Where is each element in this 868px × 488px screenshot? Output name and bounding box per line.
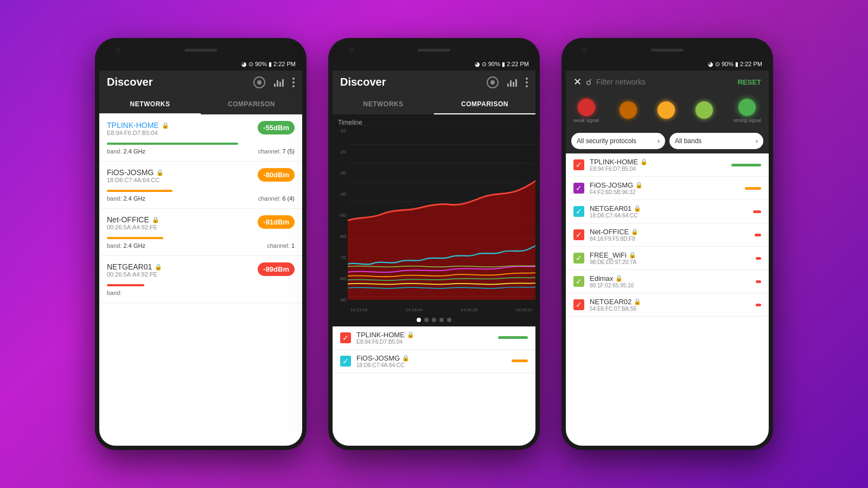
network-mac-1: E8:94:F6:D7:B5:04 <box>107 130 258 136</box>
status-bar-2: ◕ ⊙ 90% ▮ 2:22 PM <box>333 57 535 70</box>
scan-dot-1 <box>257 80 261 85</box>
network-mac-4: 00:26:5A:A4:92:FE <box>107 271 258 278</box>
status-icons-3: ◕ ⊙ 90% ▮ 2:22 PM <box>708 61 762 68</box>
eq-bar-4 <box>282 79 284 87</box>
list-item[interactable]: ✓ TPLINK-HOME 🔒 E8:94:F6:D7:B5:04 <box>566 153 769 177</box>
list-item[interactable]: TPLINK-HOME 🔒 E8:94:F6:D7:B5:04 -55dBm b… <box>99 114 302 162</box>
app-content-1: Discover <box>99 70 302 446</box>
more-icon-1[interactable] <box>292 78 295 87</box>
y-label-9: -90 <box>333 297 348 303</box>
tab-networks-2[interactable]: NETWORKS <box>333 94 434 114</box>
list-item[interactable]: ✓ FREE_WiFi 🔒 98:DE:D0:97:20:7A <box>566 247 769 270</box>
page-dot-1[interactable] <box>417 318 421 322</box>
list-item[interactable]: ✓ NETGEAR01 🔒 18:D6:C7:4A:64:CC <box>566 200 769 223</box>
tab-comparison-2[interactable]: COMPARISON <box>434 94 535 114</box>
y-label-1: -10 <box>333 128 348 133</box>
scan-icon-2[interactable] <box>487 76 499 88</box>
y-label-8: -80 <box>333 276 348 281</box>
filter-icon-2[interactable] <box>507 78 517 87</box>
network-mac-3: 00:26:5A:A4:92:FE <box>107 224 258 230</box>
f-mac-1: E8:94:F6:D7:B5:04 <box>590 166 726 172</box>
f-lock-3: 🔒 <box>634 205 641 212</box>
f-lock-7: 🔒 <box>634 298 641 305</box>
list-item[interactable]: ✓ FiOS-JOSMG 🔒 18:D6:C7:4A:64:CC <box>333 350 535 373</box>
tabs-2: NETWORKS COMPARISON <box>333 94 535 114</box>
signal-dot-2 <box>620 101 637 119</box>
phone-3: ◕ ⊙ 90% ▮ 2:22 PM ✕ ☌ RESET weak signal <box>561 38 773 450</box>
tab-networks-1[interactable]: NETWORKS <box>99 94 201 114</box>
signal-dot-3 <box>658 101 675 119</box>
security-filter-button[interactable]: All security protocols › <box>571 133 665 149</box>
f-lock-1: 🔒 <box>640 158 648 165</box>
page-dot-2[interactable] <box>424 318 429 322</box>
f-mac-5: 98:DE:D0:97:20:7A <box>590 259 750 265</box>
network-name-3: Net-OFFICE 🔒 <box>107 215 258 224</box>
xaxis-labels: 14:23:03 14:23:44 14:24:25 14:25:51 <box>348 307 535 312</box>
tab-comparison-1[interactable]: COMPARISON <box>201 94 302 114</box>
bands-filter-button[interactable]: All bands › <box>669 133 763 149</box>
signal-bar-4 <box>107 284 144 286</box>
comp-list-2[interactable]: ✓ TPLINK-HOME 🔒 E8:94:F6:D7:B5:04 ✓ <box>333 326 535 446</box>
comp-name-1: TPLINK-HOME 🔒 <box>356 331 493 339</box>
signal-badge-3: -81dBm <box>258 215 295 229</box>
battery-text-3: 90% <box>722 61 733 67</box>
f-info-1: TPLINK-HOME 🔒 E8:94:F6:D7:B5:04 <box>590 158 726 172</box>
x-label-2: 14:23:44 <box>406 307 423 312</box>
filtered-network-list[interactable]: ✓ TPLINK-HOME 🔒 E8:94:F6:D7:B5:04 ✓ <box>566 153 769 446</box>
chevron-right-icon: › <box>658 137 660 145</box>
comp-info-1: TPLINK-HOME 🔒 E8:94:F6:D7:B5:04 <box>356 331 493 345</box>
network-header-3: Net-OFFICE 🔒 00:26:5A:A4:92:FE -81dBm <box>107 215 295 234</box>
list-item[interactable]: ✓ Net-OFFICE 🔒 84:16:F9:F5:8D:F8 <box>566 223 769 247</box>
close-icon[interactable]: ✕ <box>573 76 582 88</box>
f-checkbox-1[interactable]: ✓ <box>573 159 584 170</box>
timeline-chart-svg <box>348 125 535 300</box>
f-checkbox-7[interactable]: ✓ <box>573 299 584 310</box>
comp-name-2: FiOS-JOSMG 🔒 <box>356 354 506 362</box>
f-signal-2 <box>745 187 761 190</box>
page-dot-4[interactable] <box>439 318 444 322</box>
network-name-1: TPLINK-HOME 🔒 <box>107 121 258 130</box>
list-item[interactable]: ✓ Edimax 🔒 80:1F:02:65:95:10 <box>566 270 769 293</box>
search-input[interactable] <box>596 78 733 86</box>
f-checkbox-5[interactable]: ✓ <box>573 253 584 264</box>
list-item[interactable]: FiOS-JOSMG 🔒 18:D6:C7:4A:64:CC -80dBm ba… <box>99 162 302 209</box>
comp-signal-bar-1 <box>498 336 528 339</box>
reset-button[interactable]: RESET <box>738 78 761 86</box>
list-item[interactable]: ✓ TPLINK-HOME 🔒 E8:94:F6:D7:B5:04 <box>333 326 535 350</box>
list-item[interactable]: NETGEAR01 🔒 00:26:5A:A4:92:FE -89dBm ban… <box>99 256 302 303</box>
comp-lock-2: 🔒 <box>402 355 410 362</box>
list-item[interactable]: Net-OFFICE 🔒 00:26:5A:A4:92:FE -81dBm ba… <box>99 209 302 256</box>
f-checkbox-3[interactable]: ✓ <box>573 206 584 217</box>
f-info-3: NETGEAR01 🔒 18:D6:C7:4A:64:CC <box>590 204 748 219</box>
checkbox-2[interactable]: ✓ <box>340 356 351 367</box>
list-item[interactable]: ✓ NETGEAR02 🔒 54:E6:FC:07:BA:56 <box>566 293 769 317</box>
legend-label-5: strong signal <box>733 118 761 123</box>
network-header-2: FiOS-JOSMG 🔒 18:D6:C7:4A:64:CC -80dBm <box>107 168 295 187</box>
page-dot-5[interactable] <box>447 318 451 322</box>
legend-item-2 <box>620 101 637 120</box>
f-signal-7 <box>756 304 761 306</box>
f-checkbox-6[interactable]: ✓ <box>573 276 584 287</box>
x-label-3: 14:24:25 <box>461 307 477 312</box>
filter-icon-1[interactable] <box>274 78 284 87</box>
checkbox-1[interactable]: ✓ <box>340 332 351 343</box>
page-dot-3[interactable] <box>432 318 436 322</box>
f-info-7: NETGEAR02 🔒 54:E6:FC:07:BA:56 <box>590 298 750 312</box>
network-details-1: band: 2.4 GHz channel: 7 (5) <box>107 148 295 155</box>
f-lock-4: 🔒 <box>631 228 639 235</box>
scan-icon-1[interactable] <box>253 76 265 88</box>
signal-badge-1: -55dBm <box>258 121 295 134</box>
f-signal-5 <box>756 257 761 260</box>
bluetooth-icon-3: ◕ <box>708 61 713 68</box>
list-item[interactable]: ✓ FiOS-JOSMG 🔒 F4:F2:6D:5B:96:32 <box>566 177 769 200</box>
y-label-2: -20 <box>333 149 348 155</box>
f-info-6: Edimax 🔒 80:1F:02:65:95:10 <box>590 274 750 288</box>
more-icon-2[interactable] <box>526 78 528 87</box>
battery-text-2: 90% <box>488 61 500 67</box>
f-signal-6 <box>756 280 761 283</box>
f-checkbox-4[interactable]: ✓ <box>573 229 584 240</box>
f-name-4: Net-OFFICE 🔒 <box>590 228 749 236</box>
network-list-1[interactable]: TPLINK-HOME 🔒 E8:94:F6:D7:B5:04 -55dBm b… <box>99 114 302 446</box>
f-checkbox-2[interactable]: ✓ <box>573 183 584 194</box>
network-name-2: FiOS-JOSMG 🔒 <box>107 168 258 177</box>
